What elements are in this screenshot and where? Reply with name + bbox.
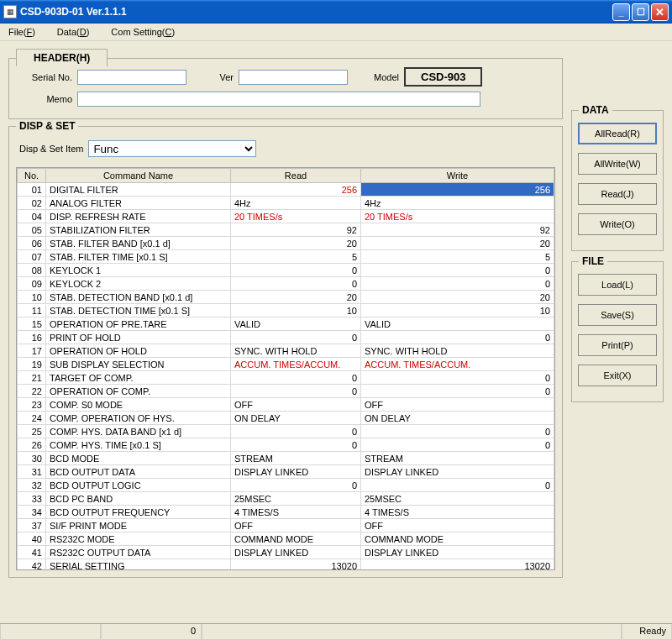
table-row[interactable]: 09KEYLOCK 200 bbox=[18, 277, 554, 291]
cell-write[interactable]: DISPLAY LINKED bbox=[361, 546, 554, 559]
model-value: CSD-903 bbox=[404, 67, 482, 87]
cell-no: 09 bbox=[18, 277, 46, 291]
data-table[interactable]: No. Command Name Read Write 01DIGITAL FI… bbox=[16, 167, 555, 570]
cell-write[interactable]: ON DELAY bbox=[361, 412, 554, 425]
menu-comsetting[interactable]: Com Setting(C) bbox=[108, 25, 178, 39]
table-row[interactable]: 26COMP. HYS. TIME [x0.1 S]00 bbox=[18, 438, 554, 452]
cell-write[interactable]: 20 bbox=[361, 237, 554, 250]
statusbar: 0 Ready bbox=[0, 623, 672, 640]
print-button[interactable]: Print(P) bbox=[578, 334, 657, 356]
table-row[interactable]: 08KEYLOCK 100 bbox=[18, 264, 554, 277]
cell-write[interactable]: ACCUM. TIMES/ACCUM. bbox=[361, 358, 554, 371]
col-cmd[interactable]: Command Name bbox=[46, 169, 231, 183]
table-row[interactable]: 16PRINT OF HOLD00 bbox=[18, 331, 554, 344]
minimize-button[interactable]: _ bbox=[612, 3, 630, 21]
menu-file[interactable]: File(F) bbox=[5, 25, 39, 39]
col-no[interactable]: No. bbox=[18, 169, 46, 183]
cell-write[interactable]: 20 TIMES/s bbox=[361, 210, 554, 223]
cell-write[interactable]: 10 bbox=[361, 304, 554, 317]
table-row[interactable]: 21TARGET OF COMP.00 bbox=[18, 371, 554, 385]
data-panel: DATA AllRead(R) AllWrite(W) Read(J) Writ… bbox=[571, 110, 664, 251]
cell-write[interactable]: 4 TIMES/S bbox=[361, 506, 554, 519]
cell-write[interactable]: 0 bbox=[361, 277, 554, 291]
ver-input[interactable] bbox=[239, 70, 348, 85]
serial-input[interactable] bbox=[77, 70, 186, 85]
close-button[interactable]: ✕ bbox=[651, 3, 669, 21]
cell-write[interactable]: OFF bbox=[361, 398, 554, 412]
cell-write[interactable]: VALID bbox=[361, 317, 554, 331]
cell-write[interactable]: 0 bbox=[361, 438, 554, 452]
table-row[interactable]: 37SI/F PRINT MODEOFFOFF bbox=[18, 519, 554, 532]
col-read[interactable]: Read bbox=[231, 169, 361, 183]
maximize-button[interactable]: ☐ bbox=[632, 3, 649, 21]
dispset-group: DISP & SET Disp & Set Item Func No. Comm… bbox=[8, 126, 563, 578]
table-row[interactable]: 10STAB. DETECTION BAND [x0.1 d]2020 bbox=[18, 291, 554, 304]
cell-write[interactable]: OFF bbox=[361, 519, 554, 532]
cell-cmd: OPERATION OF COMP. bbox=[46, 385, 231, 398]
table-row[interactable]: 23COMP. S0 MODEOFFOFF bbox=[18, 398, 554, 412]
cell-write[interactable]: 256 bbox=[361, 183, 554, 197]
table-row[interactable]: 15OPERATION OF PRE.TAREVALIDVALID bbox=[18, 317, 554, 331]
table-row[interactable]: 25COMP. HYS. DATA BAND [x1 d]00 bbox=[18, 425, 554, 438]
table-row[interactable]: 17OPERATION OF HOLDSYNC. WITH HOLDSYNC. … bbox=[18, 344, 554, 358]
table-row[interactable]: 32BCD OUTPUT LOGIC00 bbox=[18, 479, 554, 492]
cell-write[interactable]: 25MSEC bbox=[361, 492, 554, 506]
table-row[interactable]: 34BCD OUTPUT FREQUENCY4 TIMES/S4 TIMES/S bbox=[18, 506, 554, 519]
load-button[interactable]: Load(L) bbox=[578, 274, 657, 296]
cell-write[interactable]: DISPLAY LINKED bbox=[361, 465, 554, 479]
table-row[interactable]: 02ANALOG FILTER4Hz4Hz bbox=[18, 197, 554, 210]
allread-button[interactable]: AllRead(R) bbox=[578, 123, 657, 144]
table-row[interactable]: 11STAB. DETECTION TIME [x0.1 S]1010 bbox=[18, 304, 554, 317]
cell-no: 10 bbox=[18, 291, 46, 304]
cell-cmd: PRINT OF HOLD bbox=[46, 331, 231, 344]
table-row[interactable]: 31BCD OUTPUT DATADISPLAY LINKEDDISPLAY L… bbox=[18, 465, 554, 479]
write-button[interactable]: Write(O) bbox=[578, 213, 657, 235]
dispset-item-select[interactable]: Func bbox=[88, 140, 256, 157]
cell-write[interactable]: COMMAND MODE bbox=[361, 532, 554, 546]
cell-write[interactable]: 0 bbox=[361, 479, 554, 492]
cell-cmd: KEYLOCK 1 bbox=[46, 264, 231, 277]
cell-read: COMMAND MODE bbox=[231, 532, 361, 546]
cell-read: OFF bbox=[231, 519, 361, 532]
cell-write[interactable]: 20 bbox=[361, 291, 554, 304]
cell-write[interactable]: 4Hz bbox=[361, 197, 554, 210]
cell-write[interactable]: 0 bbox=[361, 371, 554, 385]
table-row[interactable]: 22OPERATION OF COMP.00 bbox=[18, 385, 554, 398]
cell-write[interactable]: 92 bbox=[361, 223, 554, 237]
table-row[interactable]: 33BCD PC BAND25MSEC25MSEC bbox=[18, 492, 554, 506]
table-row[interactable]: 05STABILIZATION FILTER9292 bbox=[18, 223, 554, 237]
cell-write[interactable]: 5 bbox=[361, 250, 554, 264]
col-write[interactable]: Write bbox=[361, 169, 554, 183]
allwrite-button[interactable]: AllWrite(W) bbox=[578, 153, 657, 175]
table-row[interactable]: 42SERIAL SETTING1302013020 bbox=[18, 559, 554, 571]
cell-write[interactable]: 0 bbox=[361, 331, 554, 344]
table-row[interactable]: 06STAB. FILTER BAND [x0.1 d]2020 bbox=[18, 237, 554, 250]
save-button[interactable]: Save(S) bbox=[578, 304, 657, 326]
table-row[interactable]: 07STAB. FILTER TIME [x0.1 S]55 bbox=[18, 250, 554, 264]
table-row[interactable]: 01DIGITAL FILTER256256 bbox=[18, 183, 554, 197]
menu-data[interactable]: Data(D) bbox=[54, 25, 93, 39]
cell-read: 13020 bbox=[231, 559, 361, 571]
cell-cmd: COMP. HYS. TIME [x0.1 S] bbox=[46, 438, 231, 452]
cell-cmd: BCD PC BAND bbox=[46, 492, 231, 506]
exit-button[interactable]: Exit(X) bbox=[578, 365, 657, 386]
cell-write[interactable]: 0 bbox=[361, 385, 554, 398]
table-row[interactable]: 24COMP. OPERATION OF HYS.ON DELAYON DELA… bbox=[18, 412, 554, 425]
cell-cmd: BCD OUTPUT DATA bbox=[46, 465, 231, 479]
cell-read: ON DELAY bbox=[231, 412, 361, 425]
cell-read: SYNC. WITH HOLD bbox=[231, 344, 361, 358]
cell-write[interactable]: 13020 bbox=[361, 559, 554, 571]
table-row[interactable]: 30BCD MODESTREAMSTREAM bbox=[18, 452, 554, 465]
table-row[interactable]: 19SUB DISPLAY SELECTIONACCUM. TIMES/ACCU… bbox=[18, 358, 554, 371]
memo-input[interactable] bbox=[77, 92, 480, 107]
cell-cmd: RS232C MODE bbox=[46, 532, 231, 546]
cell-write[interactable]: SYNC. WITH HOLD bbox=[361, 344, 554, 358]
table-row[interactable]: 41RS232C OUTPUT DATADISPLAY LINKEDDISPLA… bbox=[18, 546, 554, 559]
cell-write[interactable]: 0 bbox=[361, 425, 554, 438]
cell-write[interactable]: STREAM bbox=[361, 452, 554, 465]
read-button[interactable]: Read(J) bbox=[578, 183, 657, 205]
header-tab[interactable]: HEADER(H) bbox=[16, 49, 108, 66]
table-row[interactable]: 04DISP. REFRESH RATE20 TIMES/s20 TIMES/s bbox=[18, 210, 554, 223]
table-row[interactable]: 40RS232C MODECOMMAND MODECOMMAND MODE bbox=[18, 532, 554, 546]
cell-write[interactable]: 0 bbox=[361, 264, 554, 277]
